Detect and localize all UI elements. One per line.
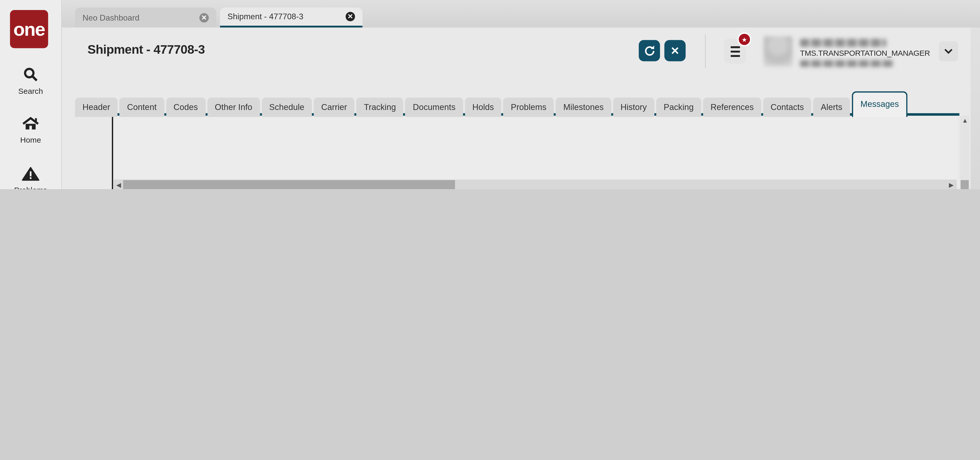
- close-tab-icon[interactable]: ✕: [346, 12, 355, 21]
- search-icon: [0, 66, 61, 85]
- scroll-left-icon[interactable]: ◀: [116, 182, 121, 188]
- upper-grid-area: ◀ ▶: [112, 116, 958, 189]
- tab-schedule[interactable]: Schedule: [262, 97, 312, 117]
- sidebar-item-search[interactable]: Search: [0, 66, 61, 96]
- tab-packing[interactable]: Packing: [656, 97, 701, 117]
- tab-references[interactable]: References: [703, 97, 761, 117]
- content-vertical-scrollbar[interactable]: ▲ ▼: [960, 116, 969, 189]
- workspace-tab-bar: Neo Dashboard ✕ Shipment - 477708-3 ✕: [61, 0, 980, 27]
- tab-contacts[interactable]: Contacts: [763, 97, 811, 117]
- main-panel: Shipment - 477708-3 ✕ ★ TMS.TRANSPORTATI…: [61, 27, 970, 189]
- tab-history[interactable]: History: [613, 97, 654, 117]
- user-role: TMS.TRANSPORTATION_MANAGER: [800, 49, 930, 58]
- tab-tracking[interactable]: Tracking: [356, 97, 404, 117]
- tab-problems[interactable]: Problems: [503, 97, 554, 117]
- sidebar-item-label: Search: [0, 87, 61, 96]
- tab-label: Neo Dashboard: [83, 13, 140, 22]
- sidebar-item-home[interactable]: Home: [0, 117, 61, 145]
- redacted-user-email: [800, 60, 894, 67]
- refresh-button[interactable]: [639, 40, 660, 61]
- close-icon: ✕: [671, 45, 679, 56]
- tab-label: Shipment - 477708-3: [228, 12, 304, 21]
- upper-horizontal-scrollbar[interactable]: ◀ ▶: [113, 179, 957, 189]
- redacted-user-name: [800, 39, 886, 47]
- scrollbar-thumb[interactable]: [123, 180, 455, 189]
- chevron-down-icon: [944, 49, 953, 54]
- tab-holds[interactable]: Holds: [465, 97, 501, 117]
- scroll-right-icon[interactable]: ▶: [949, 182, 954, 188]
- header-divider: [705, 34, 705, 67]
- tab-alerts[interactable]: Alerts: [813, 97, 850, 117]
- sidebar: one SearchHomeProblemsAlertsChatsSwitchM…: [0, 0, 62, 189]
- sidebar-item-label: Problems: [0, 186, 61, 189]
- problems-icon: [0, 166, 61, 184]
- page-title: Shipment - 477708-3: [88, 42, 205, 57]
- close-record-button[interactable]: ✕: [664, 40, 686, 61]
- tab-content[interactable]: Content: [120, 97, 164, 117]
- tab-codes[interactable]: Codes: [166, 97, 205, 117]
- app-window: one SearchHomeProblemsAlertsChatsSwitchM…: [0, 0, 980, 189]
- tab-documents[interactable]: Documents: [405, 97, 463, 117]
- menu-icon: [730, 46, 740, 48]
- sidebar-item-label: Home: [0, 136, 61, 144]
- tab-milestones[interactable]: Milestones: [556, 97, 611, 117]
- refresh-icon: [643, 45, 655, 56]
- tab-other-info[interactable]: Other Info: [207, 97, 260, 117]
- scroll-up-icon[interactable]: ▲: [962, 118, 968, 124]
- home-icon: [0, 117, 61, 134]
- user-avatar[interactable]: [764, 36, 792, 66]
- user-menu-button[interactable]: [939, 42, 958, 61]
- tab-header[interactable]: Header: [75, 97, 118, 117]
- sidebar-item-problems[interactable]: Problems: [0, 166, 61, 189]
- scrollbar-thumb[interactable]: [961, 180, 969, 189]
- tab-neo-dashboard[interactable]: Neo Dashboard ✕: [75, 8, 216, 27]
- favorite-star-badge: ★: [738, 33, 751, 46]
- close-tab-icon[interactable]: ✕: [199, 13, 209, 22]
- shipment-tab-strip: HeaderContentCodesOther InfoScheduleCarr…: [75, 94, 908, 117]
- one-logo[interactable]: one: [10, 10, 48, 48]
- tab-messages[interactable]: Messages: [851, 91, 908, 117]
- tab-carrier[interactable]: Carrier: [314, 97, 355, 117]
- tab-shipment[interactable]: Shipment - 477708-3 ✕: [220, 8, 363, 27]
